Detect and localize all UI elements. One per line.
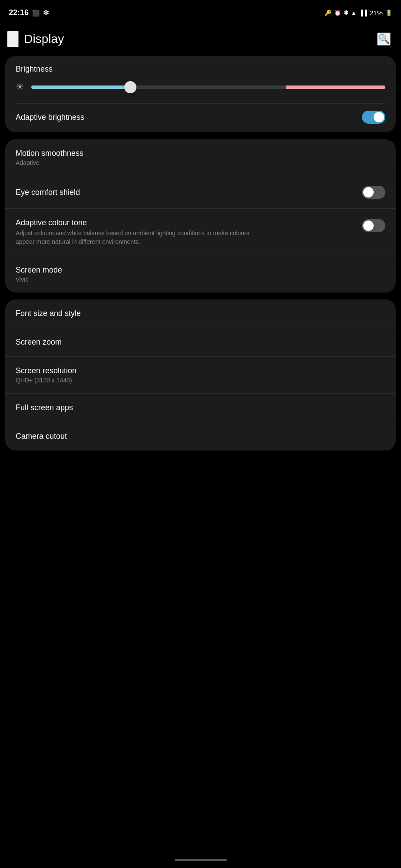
- screen-mode-value: Vivid: [16, 276, 62, 283]
- alarm-icon: ⏰: [334, 10, 341, 16]
- list-item[interactable]: Adaptive colour tone Adjust colours and …: [5, 209, 396, 256]
- list-item[interactable]: Motion smoothness Adaptive: [5, 139, 396, 176]
- misc-card: Font size and style Screen zoom Screen r…: [5, 299, 396, 450]
- list-item[interactable]: Screen mode Vivid: [5, 256, 396, 293]
- adaptive-colour-label: Adaptive colour tone: [16, 218, 250, 227]
- status-bar: 22:16 🔑 ⏰ ✱ ▲ ▐▐ 21% 🔋: [0, 0, 401, 24]
- list-item[interactable]: Camera cutout: [5, 422, 396, 450]
- status-right: 🔑 ⏰ ✱ ▲ ▐▐ 21% 🔋: [325, 9, 392, 16]
- brightness-card: Brightness ☀ Adaptive brightness: [5, 56, 396, 132]
- eye-comfort-thumb: [363, 187, 374, 197]
- screen-mode-label: Screen mode: [16, 266, 62, 275]
- page-header: ‹ Display 🔍: [0, 24, 401, 56]
- adaptive-brightness-thumb: [374, 112, 384, 122]
- motion-smoothness-text: Motion smoothness Adaptive: [16, 149, 83, 166]
- display-card: Motion smoothness Adaptive Eye comfort s…: [5, 139, 396, 293]
- key-icon: 🔑: [325, 10, 331, 16]
- time-label: 22:16: [9, 8, 29, 17]
- list-item[interactable]: Screen zoom: [5, 328, 396, 357]
- adaptive-brightness-row: Adaptive brightness: [5, 104, 396, 132]
- list-item[interactable]: Font size and style: [5, 299, 396, 328]
- brightness-slider[interactable]: [31, 85, 385, 89]
- bottom-nav-indicator: [175, 859, 227, 861]
- eye-comfort-text: Eye comfort shield: [16, 188, 80, 197]
- eye-comfort-toggle[interactable]: [362, 186, 385, 199]
- brightness-title: Brightness: [16, 65, 385, 74]
- list-item[interactable]: Screen resolution QHD+ (3120 x 1440): [5, 357, 396, 394]
- battery-icon: 🔋: [385, 10, 392, 16]
- page-title: Display: [24, 32, 64, 46]
- eye-comfort-label: Eye comfort shield: [16, 188, 80, 197]
- brightness-thumb[interactable]: [124, 81, 136, 93]
- font-size-label: Font size and style: [16, 309, 81, 318]
- adaptive-colour-description: Adjust colours and white balance based o…: [16, 229, 250, 246]
- list-item[interactable]: Full screen apps: [5, 394, 396, 422]
- photo-icon: [32, 8, 40, 17]
- sun-icon: ☀: [16, 82, 24, 93]
- brightness-section: Brightness ☀: [5, 56, 396, 103]
- header-left: ‹ Display: [7, 31, 64, 47]
- motion-smoothness-value: Adaptive: [16, 159, 83, 166]
- list-item[interactable]: Eye comfort shield: [5, 176, 396, 209]
- screen-resolution-text: Screen resolution QHD+ (3120 x 1440): [16, 366, 76, 384]
- screen-mode-text: Screen mode Vivid: [16, 266, 62, 283]
- snowflake-icon: [43, 8, 49, 17]
- battery-pct: 21%: [370, 9, 383, 16]
- camera-cutout-label: Camera cutout: [16, 432, 67, 441]
- fullscreen-apps-label: Full screen apps: [16, 403, 73, 412]
- screen-resolution-value: QHD+ (3120 x 1440): [16, 377, 76, 384]
- back-button[interactable]: ‹: [7, 31, 19, 47]
- adaptive-brightness-toggle[interactable]: [362, 111, 385, 124]
- signal-icon: ▐▐: [359, 10, 367, 16]
- search-button[interactable]: 🔍: [377, 33, 391, 46]
- motion-smoothness-label: Motion smoothness: [16, 149, 83, 158]
- screen-zoom-label: Screen zoom: [16, 338, 62, 347]
- adaptive-colour-toggle[interactable]: [362, 219, 385, 232]
- wifi-icon: ▲: [351, 10, 357, 16]
- screen-resolution-label: Screen resolution: [16, 366, 76, 375]
- adaptive-colour-text: Adaptive colour tone Adjust colours and …: [16, 218, 250, 246]
- bluetooth-icon: ✱: [344, 10, 348, 16]
- status-left: 22:16: [9, 8, 49, 17]
- brightness-row: ☀: [16, 82, 385, 101]
- adaptive-colour-thumb: [363, 220, 374, 231]
- adaptive-brightness-label: Adaptive brightness: [16, 113, 84, 122]
